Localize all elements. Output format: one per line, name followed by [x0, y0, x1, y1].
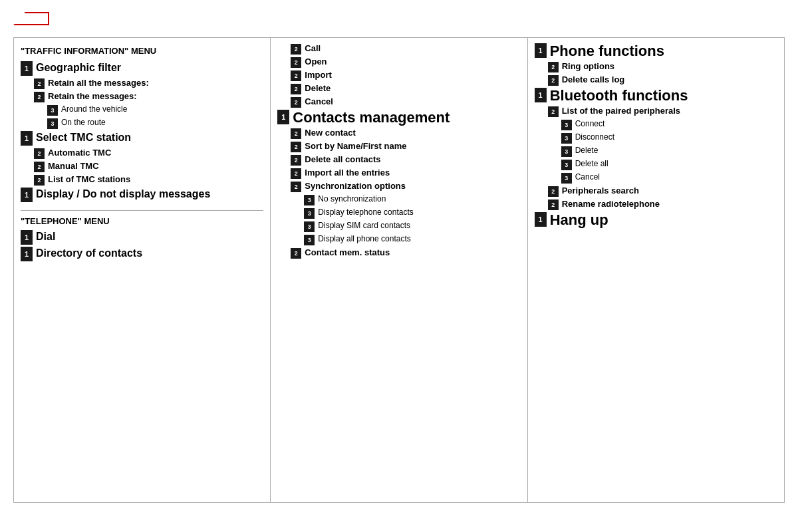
item-label: Disconnect	[575, 132, 614, 143]
item-label: Contacts management	[293, 110, 450, 126]
list-item: 2 Manual TMC	[34, 161, 263, 172]
list-item: 3 Delete	[561, 146, 777, 157]
list-item: 1 Phone functions	[535, 43, 777, 59]
item-label: Ring options	[562, 61, 614, 72]
badge-level-2: 2	[34, 92, 45, 102]
list-item: 2 Ring options	[548, 61, 777, 72]
badge-level-3: 3	[561, 173, 572, 184]
item-label: Delete	[305, 83, 331, 94]
item-label: Rename radiotelephone	[562, 199, 660, 210]
badge-level-1: 1	[277, 110, 289, 124]
item-label: Geographic filter	[36, 61, 121, 74]
list-item: 2 Import all the entries	[291, 168, 520, 179]
item-label: Delete all contacts	[305, 154, 380, 166]
badge-level-1: 1	[535, 43, 547, 58]
list-item: 1 Geographic filter	[21, 61, 263, 76]
item-label: List of TMC stations	[48, 174, 130, 186]
item-label: Display telephone contacts	[318, 207, 413, 218]
section1-label: "TRAFFIC INFORMATION" MENU	[21, 46, 263, 56]
list-item: 2 New contact	[291, 128, 520, 139]
list-item: 2 List of TMC stations	[34, 174, 263, 186]
badge-level-3: 3	[47, 105, 58, 116]
badge-level-2: 2	[291, 128, 301, 139]
list-item: 2 Retain the messages:	[34, 91, 263, 102]
badge-level-2: 2	[291, 84, 301, 94]
badge-level-2: 2	[548, 200, 559, 210]
list-item: 3 Display all phone contacts	[304, 234, 520, 245]
badge-level-2: 2	[291, 70, 301, 81]
badge-level-1: 1	[21, 230, 33, 245]
badge-level-3: 3	[304, 208, 315, 219]
item-label: Delete all	[575, 159, 608, 170]
badge-level-2: 2	[291, 182, 301, 192]
item-label: Around the vehicle	[61, 104, 127, 115]
item-label: Automatic TMC	[48, 148, 111, 159]
list-item: 1 Select TMC station	[21, 131, 263, 146]
list-item: 1 Bluetooth functions	[535, 88, 777, 104]
list-item: 3 On the route	[47, 118, 263, 129]
item-label: Manual TMC	[48, 161, 99, 172]
badge-level-3: 3	[561, 133, 572, 144]
item-label: Dial	[36, 230, 55, 243]
list-item: 2 Retain all the messages:	[34, 78, 263, 89]
badge-level-1: 1	[21, 247, 33, 261]
item-label: New contact	[305, 128, 356, 139]
list-item: 3 Disconnect	[561, 132, 777, 144]
list-item: 2 Contact mem. status	[291, 247, 520, 259]
col3: 1 Phone functions 2 Ring options 2 Delet…	[528, 37, 785, 503]
list-item: 2 Sort by Name/First name	[291, 141, 520, 152]
item-label: Open	[305, 57, 327, 68]
list-item: 2 Cancel	[291, 96, 520, 108]
badge-level-2: 2	[548, 62, 559, 72]
item-label: Delete calls log	[562, 74, 625, 86]
columns: "TRAFFIC INFORMATION" MENU 1 Geographic …	[13, 37, 785, 503]
badge-level-2: 2	[291, 155, 301, 166]
list-item: 3 Delete all	[561, 159, 777, 170]
badge-level-3: 3	[561, 160, 572, 170]
list-item: 2 Delete all contacts	[291, 154, 520, 166]
list-item: 1 Display / Do not display messages	[21, 188, 263, 202]
list-item: 2 Peripherals search	[548, 186, 777, 197]
badge-level-1: 1	[535, 212, 547, 227]
item-label: Retain the messages:	[48, 91, 137, 102]
list-item: 2 Synchronization options	[291, 181, 520, 192]
col2: 2 Call 2 Open 2 Import 2 Delete 2 Cancel…	[271, 37, 527, 503]
badge-level-2: 2	[548, 186, 559, 197]
item-label: Hang up	[550, 212, 608, 228]
badge-level-2: 2	[291, 44, 301, 55]
badge-level-2: 2	[34, 148, 45, 159]
badge-level-1: 1	[21, 61, 33, 76]
item-label: Synchronization options	[305, 181, 406, 192]
item-label: Retain all the messages:	[48, 78, 149, 89]
item-label: Import all the entries	[305, 168, 390, 179]
item-label: Call	[305, 43, 321, 55]
item-label: Select TMC station	[36, 131, 131, 144]
item-label: Contact mem. status	[305, 247, 390, 259]
badge-level-2: 2	[291, 168, 301, 179]
list-item: 2 Import	[291, 70, 520, 81]
badge-level-2: 2	[291, 57, 301, 68]
badge-level-3: 3	[561, 146, 572, 157]
list-item: 1 Contacts management	[277, 110, 520, 126]
badge-level-2: 2	[291, 97, 301, 108]
list-item: 1 Dial	[21, 230, 263, 245]
badge-level-3: 3	[304, 221, 315, 232]
item-label: Delete	[575, 146, 598, 156]
item-label: Phone functions	[550, 43, 664, 59]
item-label: Display SIM card contacts	[318, 221, 410, 231]
list-item: 2 Delete	[291, 83, 520, 94]
list-item: 2 Rename radiotelephone	[548, 199, 777, 210]
item-label: Connect	[575, 119, 605, 130]
item-label: Display all phone contacts	[318, 234, 410, 245]
item-label: Cancel	[575, 172, 600, 183]
list-item: 3 Connect	[561, 119, 777, 130]
list-item: 1 Hang up	[535, 212, 777, 228]
list-item: 2 List of the paired peripherals	[548, 106, 777, 117]
item-label: Peripherals search	[562, 186, 639, 197]
page: "TRAFFIC INFORMATION" MENU 1 Geographic …	[0, 0, 798, 532]
item-label: Directory of contacts	[36, 247, 142, 259]
item-label: Import	[305, 70, 331, 81]
list-item: 2 Open	[291, 57, 520, 68]
list-item: 3 Cancel	[561, 172, 777, 184]
badge-level-3: 3	[304, 195, 315, 205]
